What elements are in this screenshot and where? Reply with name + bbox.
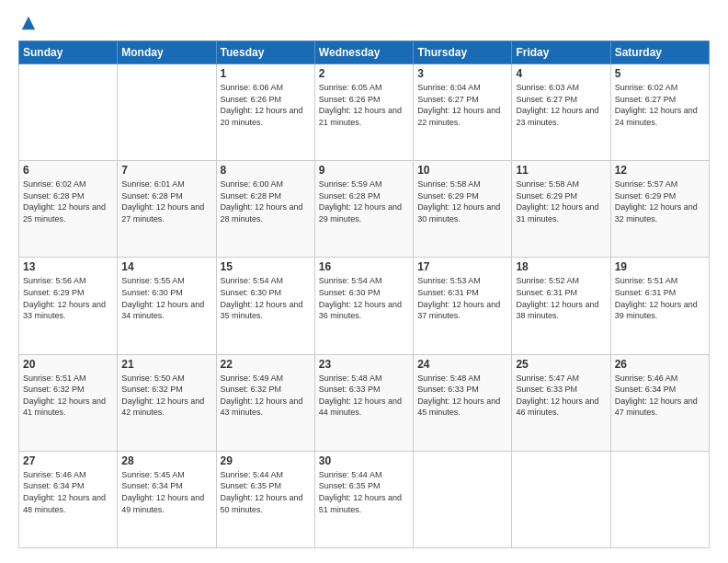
day-info: Sunrise: 5:59 AMSunset: 6:28 PMDaylight:… [319,178,409,224]
day-info: Sunrise: 6:05 AMSunset: 6:26 PMDaylight:… [319,82,409,128]
day-info: Sunrise: 5:57 AMSunset: 6:29 PMDaylight:… [615,178,705,224]
logo [18,15,37,31]
calendar-cell: 11Sunrise: 5:58 AMSunset: 6:29 PMDayligh… [512,161,610,258]
day-info: Sunrise: 5:49 AMSunset: 6:32 PMDaylight:… [221,373,311,419]
day-number: 26 [615,358,705,371]
day-info: Sunrise: 5:48 AMSunset: 6:33 PMDaylight:… [319,373,409,419]
calendar-cell: 17Sunrise: 5:53 AMSunset: 6:31 PMDayligh… [414,258,512,354]
calendar-cell: 25Sunrise: 5:47 AMSunset: 6:33 PMDayligh… [512,354,610,451]
day-info: Sunrise: 5:44 AMSunset: 6:35 PMDaylight:… [319,469,409,515]
day-info: Sunrise: 6:04 AMSunset: 6:27 PMDaylight:… [417,82,507,128]
calendar-cell: 1Sunrise: 6:06 AMSunset: 6:26 PMDaylight… [216,64,314,161]
day-number: 13 [23,260,113,273]
calendar-cell: 13Sunrise: 5:56 AMSunset: 6:29 PMDayligh… [19,258,118,354]
calendar-cell [118,64,216,161]
calendar-cell: 22Sunrise: 5:49 AMSunset: 6:32 PMDayligh… [216,354,314,451]
day-info: Sunrise: 5:50 AMSunset: 6:32 PMDaylight:… [121,373,211,419]
day-of-week-header: Friday [512,41,610,64]
day-info: Sunrise: 6:00 AMSunset: 6:28 PMDaylight:… [221,178,311,224]
calendar-cell: 4Sunrise: 6:03 AMSunset: 6:27 PMDaylight… [512,64,610,161]
calendar-week-row: 27Sunrise: 5:46 AMSunset: 6:34 PMDayligh… [19,451,710,547]
logo-icon [20,15,37,31]
day-number: 19 [615,260,705,273]
day-number: 30 [319,454,409,467]
calendar-cell: 3Sunrise: 6:04 AMSunset: 6:27 PMDaylight… [414,64,512,161]
calendar-week-row: 1Sunrise: 6:06 AMSunset: 6:26 PMDaylight… [19,64,710,161]
calendar-cell: 20Sunrise: 5:51 AMSunset: 6:32 PMDayligh… [19,354,118,451]
calendar-cell: 30Sunrise: 5:44 AMSunset: 6:35 PMDayligh… [314,451,413,547]
calendar-cell: 18Sunrise: 5:52 AMSunset: 6:31 PMDayligh… [512,258,610,354]
calendar-week-row: 6Sunrise: 6:02 AMSunset: 6:28 PMDaylight… [19,161,710,258]
day-number: 21 [121,358,211,371]
day-number: 2 [319,67,409,80]
day-info: Sunrise: 5:58 AMSunset: 6:29 PMDaylight:… [516,178,606,224]
day-number: 15 [221,260,311,273]
day-number: 24 [417,358,507,371]
day-number: 1 [221,67,311,80]
day-of-week-header: Sunday [19,41,118,64]
calendar-cell: 9Sunrise: 5:59 AMSunset: 6:28 PMDaylight… [314,161,413,258]
calendar-cell: 27Sunrise: 5:46 AMSunset: 6:34 PMDayligh… [19,451,118,547]
calendar-cell: 26Sunrise: 5:46 AMSunset: 6:34 PMDayligh… [610,354,709,451]
day-info: Sunrise: 5:52 AMSunset: 6:31 PMDaylight:… [516,275,606,321]
day-number: 3 [417,67,507,80]
day-of-week-header: Tuesday [216,41,314,64]
calendar-table: SundayMondayTuesdayWednesdayThursdayFrid… [18,40,710,548]
day-info: Sunrise: 6:06 AMSunset: 6:26 PMDaylight:… [221,82,311,128]
day-number: 7 [121,164,211,177]
day-info: Sunrise: 5:45 AMSunset: 6:34 PMDaylight:… [121,469,211,515]
calendar-cell: 23Sunrise: 5:48 AMSunset: 6:33 PMDayligh… [314,354,413,451]
calendar-cell: 28Sunrise: 5:45 AMSunset: 6:34 PMDayligh… [118,451,216,547]
calendar-cell [512,451,610,547]
day-number: 5 [615,67,705,80]
day-number: 8 [221,164,311,177]
day-number: 11 [516,164,606,177]
calendar-cell: 29Sunrise: 5:44 AMSunset: 6:35 PMDayligh… [216,451,314,547]
calendar-header-row: SundayMondayTuesdayWednesdayThursdayFrid… [19,41,710,64]
day-info: Sunrise: 6:03 AMSunset: 6:27 PMDaylight:… [516,82,606,128]
calendar-cell: 24Sunrise: 5:48 AMSunset: 6:33 PMDayligh… [414,354,512,451]
day-info: Sunrise: 6:02 AMSunset: 6:27 PMDaylight:… [615,82,705,128]
day-number: 23 [319,358,409,371]
calendar-cell: 19Sunrise: 5:51 AMSunset: 6:31 PMDayligh… [610,258,709,354]
calendar-cell: 5Sunrise: 6:02 AMSunset: 6:27 PMDaylight… [610,64,709,161]
day-info: Sunrise: 5:54 AMSunset: 6:30 PMDaylight:… [221,275,311,321]
calendar-cell: 7Sunrise: 6:01 AMSunset: 6:28 PMDaylight… [118,161,216,258]
day-info: Sunrise: 5:46 AMSunset: 6:34 PMDaylight:… [23,469,113,515]
calendar-cell: 21Sunrise: 5:50 AMSunset: 6:32 PMDayligh… [118,354,216,451]
day-number: 16 [319,260,409,273]
calendar-cell: 12Sunrise: 5:57 AMSunset: 6:29 PMDayligh… [610,161,709,258]
calendar-cell: 8Sunrise: 6:00 AMSunset: 6:28 PMDaylight… [216,161,314,258]
day-number: 22 [221,358,311,371]
day-number: 10 [417,164,507,177]
day-number: 12 [615,164,705,177]
day-info: Sunrise: 5:46 AMSunset: 6:34 PMDaylight:… [615,373,705,419]
day-info: Sunrise: 5:51 AMSunset: 6:31 PMDaylight:… [615,275,705,321]
header [18,15,710,31]
day-info: Sunrise: 5:54 AMSunset: 6:30 PMDaylight:… [319,275,409,321]
calendar-cell: 2Sunrise: 6:05 AMSunset: 6:26 PMDaylight… [314,64,413,161]
day-info: Sunrise: 5:48 AMSunset: 6:33 PMDaylight:… [417,373,507,419]
day-info: Sunrise: 5:58 AMSunset: 6:29 PMDaylight:… [417,178,507,224]
calendar-cell [610,451,709,547]
day-info: Sunrise: 5:47 AMSunset: 6:33 PMDaylight:… [516,373,606,419]
day-number: 17 [417,260,507,273]
day-number: 18 [516,260,606,273]
calendar-week-row: 20Sunrise: 5:51 AMSunset: 6:32 PMDayligh… [19,354,710,451]
calendar-cell: 16Sunrise: 5:54 AMSunset: 6:30 PMDayligh… [314,258,413,354]
day-info: Sunrise: 5:56 AMSunset: 6:29 PMDaylight:… [23,275,113,321]
calendar-week-row: 13Sunrise: 5:56 AMSunset: 6:29 PMDayligh… [19,258,710,354]
day-number: 25 [516,358,606,371]
day-info: Sunrise: 5:55 AMSunset: 6:30 PMDaylight:… [121,275,211,321]
page: SundayMondayTuesdayWednesdayThursdayFrid… [0,0,728,563]
day-of-week-header: Monday [118,41,216,64]
day-number: 29 [221,454,311,467]
calendar-cell: 14Sunrise: 5:55 AMSunset: 6:30 PMDayligh… [118,258,216,354]
calendar-cell: 15Sunrise: 5:54 AMSunset: 6:30 PMDayligh… [216,258,314,354]
svg-marker-0 [22,17,35,29]
day-of-week-header: Saturday [610,41,709,64]
day-number: 27 [23,454,113,467]
calendar-cell [414,451,512,547]
day-info: Sunrise: 6:01 AMSunset: 6:28 PMDaylight:… [121,178,211,224]
day-number: 9 [319,164,409,177]
